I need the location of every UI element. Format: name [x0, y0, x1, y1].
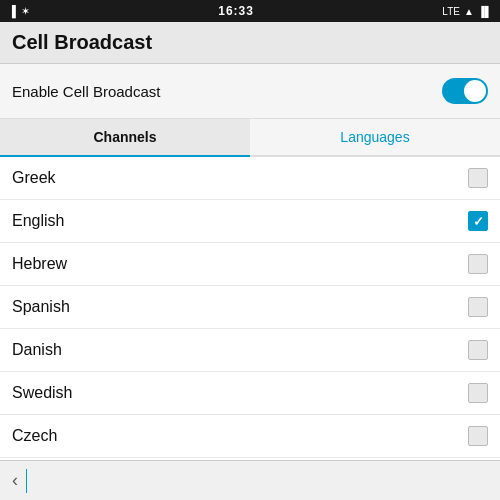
battery-icon: ▐▌: [478, 6, 492, 17]
language-list: GreekEnglish✓HebrewSpanishDanishSwedishC…: [0, 157, 500, 500]
language-name: Greek: [12, 169, 56, 187]
bottom-bar: ‹: [0, 460, 500, 500]
tab-languages[interactable]: Languages: [250, 119, 500, 155]
language-list-item[interactable]: Greek: [0, 157, 500, 200]
language-name: Hebrew: [12, 255, 67, 273]
checkmark-icon: ✓: [473, 215, 484, 228]
tab-channels[interactable]: Channels: [0, 119, 250, 157]
language-name: Danish: [12, 341, 62, 359]
bottom-divider: [26, 469, 27, 493]
language-list-item[interactable]: Spanish: [0, 286, 500, 329]
language-name: English: [12, 212, 64, 230]
toggle-knob: [464, 80, 486, 102]
language-name: Czech: [12, 427, 57, 445]
language-list-item[interactable]: Czech: [0, 415, 500, 458]
language-checkbox[interactable]: [468, 254, 488, 274]
language-name: Spanish: [12, 298, 70, 316]
back-button[interactable]: ‹: [12, 470, 18, 491]
language-list-item[interactable]: English✓: [0, 200, 500, 243]
lte-icon: LTE: [442, 6, 460, 17]
status-time: 16:33: [218, 4, 254, 18]
language-list-item[interactable]: Swedish: [0, 372, 500, 415]
status-bar: ▐ ✶ 16:33 LTE ▲ ▐▌: [0, 0, 500, 22]
wifi-icon: ▲: [464, 6, 474, 17]
language-checkbox[interactable]: [468, 297, 488, 317]
title-bar: Cell Broadcast: [0, 22, 500, 64]
language-checkbox[interactable]: [468, 168, 488, 188]
enable-cell-broadcast-row: Enable Cell Broadcast: [0, 64, 500, 119]
enable-cell-broadcast-toggle[interactable]: [442, 78, 488, 104]
language-checkbox[interactable]: [468, 340, 488, 360]
signal-icon: ▐: [8, 5, 16, 17]
language-list-item[interactable]: Hebrew: [0, 243, 500, 286]
language-list-item[interactable]: Danish: [0, 329, 500, 372]
tab-bar: Channels Languages: [0, 119, 500, 157]
language-name: Swedish: [12, 384, 72, 402]
status-left-icons: ▐ ✶: [8, 5, 30, 18]
language-checkbox[interactable]: [468, 426, 488, 446]
page-title: Cell Broadcast: [12, 31, 152, 54]
status-right-icons: LTE ▲ ▐▌: [442, 6, 492, 17]
language-checkbox[interactable]: ✓: [468, 211, 488, 231]
enable-cell-broadcast-label: Enable Cell Broadcast: [12, 83, 160, 100]
back-arrow-icon: ‹: [12, 470, 18, 491]
language-checkbox[interactable]: [468, 383, 488, 403]
bluetooth-icon: ✶: [21, 5, 30, 18]
